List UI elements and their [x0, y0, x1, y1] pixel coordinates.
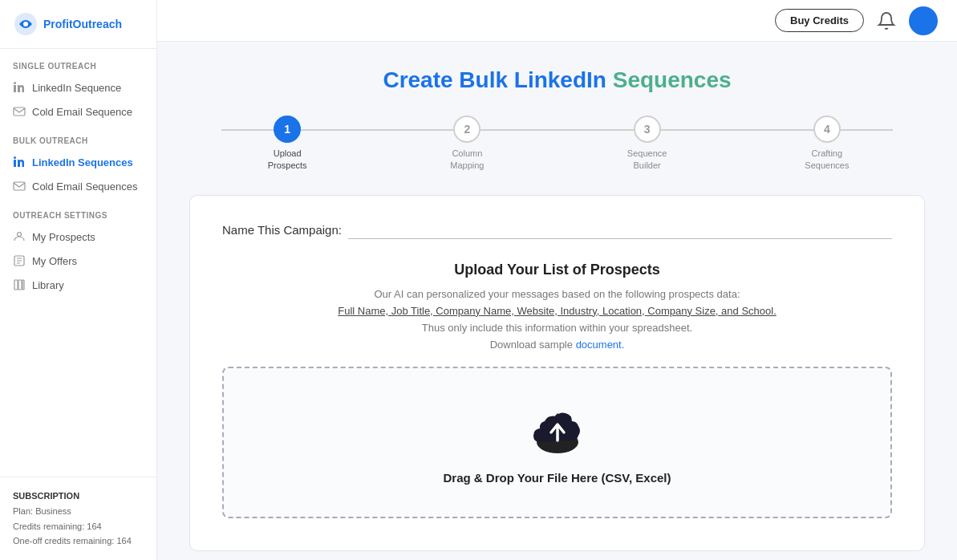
header: Buy Credits: [157, 0, 957, 42]
upload-note: Thus only include this information withi…: [222, 322, 892, 334]
offers-icon: [13, 254, 26, 267]
step-1-circle: 1: [274, 116, 301, 143]
linkedin-sequences-bulk-label: LinkedIn Sequences: [32, 156, 133, 168]
step-2: 2 ColumnMapping: [377, 116, 557, 172]
sample-document-link[interactable]: document.: [576, 339, 625, 351]
outreach-settings-title: OUTREACH SETTINGS: [0, 198, 156, 225]
campaign-name-input[interactable]: [348, 221, 892, 239]
svg-rect-2: [14, 85, 16, 92]
my-prospects-label: My Prospects: [32, 231, 95, 243]
steps-bar: 1 UploadProspects 2 ColumnMapping 3 Sequ…: [189, 116, 925, 172]
bulk-outreach-title: BULK OUTREACH: [0, 124, 156, 150]
cold-email-label: Cold Email Sequence: [32, 106, 132, 118]
svg-rect-10: [14, 280, 18, 290]
sidebar-item-cold-email-sequences[interactable]: Cold Email Sequences: [0, 174, 156, 198]
page-title-teal: Sequences: [613, 67, 732, 92]
upload-sample: Download sample document.: [222, 339, 892, 351]
step-3: 3 SequenceBuilder: [558, 116, 737, 172]
sidebar-item-library[interactable]: Library: [0, 273, 156, 297]
library-label: Library: [32, 279, 64, 291]
step-4: 4 CraftingSequences: [737, 116, 917, 172]
page-title: Create Bulk LinkedIn Sequences: [189, 67, 925, 93]
step-1-label: UploadProspects: [268, 148, 307, 172]
linkedin-sequence-label: LinkedIn Sequence: [32, 82, 121, 94]
step-3-label: SequenceBuilder: [627, 148, 667, 172]
one-off-credits-label: One-off credits remaining: 164: [13, 534, 144, 549]
cold-email-sequences-label: Cold Email Sequences: [32, 181, 138, 193]
email-bulk-icon: [13, 180, 26, 193]
step-1: 1 UploadProspects: [197, 116, 377, 172]
upload-card: Name This Campaign: Upload Your List of …: [189, 195, 925, 551]
linkedin-bulk-icon: [13, 156, 26, 168]
logo-text: ProfitOutreach: [43, 18, 122, 30]
svg-point-3: [14, 82, 16, 84]
page-title-blue: Create Bulk LinkedIn: [383, 67, 612, 92]
plan-label: Plan: Business: [13, 504, 144, 519]
svg-rect-11: [18, 280, 22, 290]
sidebar-item-linkedin-sequences-bulk[interactable]: LinkedIn Sequences: [0, 150, 156, 174]
campaign-name-row: Name This Campaign:: [222, 221, 892, 239]
my-offers-label: My Offers: [32, 255, 77, 267]
email-icon: [13, 105, 26, 118]
upload-desc: Our AI can personalized your messages ba…: [222, 288, 892, 300]
svg-rect-4: [14, 108, 25, 116]
single-outreach-title: SINGLE OUTREACH: [0, 49, 156, 75]
logo: ProfitOutreach: [0, 0, 156, 49]
avatar[interactable]: [909, 6, 938, 35]
library-icon: [13, 278, 26, 291]
subscription-info: SUBSCRIPTION Plan: Business Credits rema…: [0, 477, 156, 560]
step-2-circle: 2: [453, 116, 481, 143]
upload-fields: Full Name, Job Title, Company Name, Webs…: [222, 305, 892, 317]
svg-point-1: [23, 22, 28, 26]
upload-cloud-icon: [529, 400, 586, 458]
step-2-label: ColumnMapping: [450, 148, 484, 172]
step-3-circle: 3: [634, 116, 661, 143]
step-4-label: CraftingSequences: [805, 148, 849, 172]
content-area: Create Bulk LinkedIn Sequences 1 UploadP…: [157, 42, 957, 560]
credits-label: Credits remaining: 164: [13, 519, 144, 534]
sidebar-item-my-prospects[interactable]: My Prospects: [0, 225, 156, 249]
step-4-circle: 4: [813, 116, 841, 143]
svg-point-6: [14, 156, 16, 159]
sidebar-item-cold-email[interactable]: Cold Email Sequence: [0, 99, 156, 124]
sidebar-item-my-offers[interactable]: My Offers: [0, 249, 156, 273]
drop-label: Drag & Drop Your File Here (CSV, Excel): [444, 471, 671, 485]
upload-title: Upload Your List of Prospects: [222, 262, 892, 278]
logo-icon: [13, 11, 39, 37]
notification-icon[interactable]: [877, 11, 896, 30]
subscription-title: SUBSCRIPTION: [13, 489, 144, 504]
linkedin-icon: [13, 81, 26, 94]
sidebar: ProfitOutreach SINGLE OUTREACH LinkedIn …: [0, 0, 157, 560]
prospects-icon: [13, 230, 26, 243]
svg-point-8: [18, 233, 22, 237]
svg-rect-5: [14, 160, 16, 167]
main-content: Buy Credits Create Bulk LinkedIn Sequenc…: [157, 0, 957, 560]
svg-rect-12: [22, 280, 24, 290]
svg-rect-7: [14, 182, 25, 190]
buy-credits-button[interactable]: Buy Credits: [775, 9, 864, 32]
sidebar-item-linkedin-sequence[interactable]: LinkedIn Sequence: [0, 75, 156, 99]
campaign-name-label: Name This Campaign:: [222, 223, 342, 237]
drop-zone[interactable]: Drag & Drop Your File Here (CSV, Excel): [222, 367, 892, 518]
